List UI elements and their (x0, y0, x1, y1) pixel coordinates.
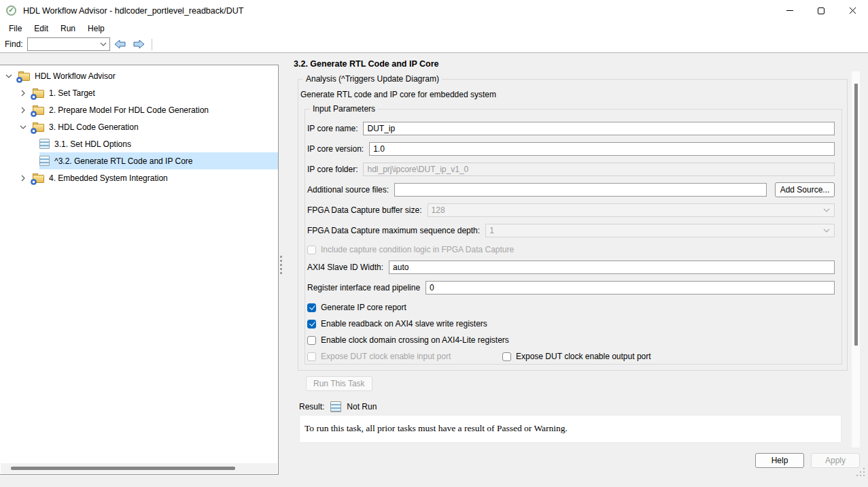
register-read-pipeline-row: Register interface read pipeline (307, 281, 835, 295)
tree-item-embedded-system-integration[interactable]: 4. Embedded System Integration (0, 169, 278, 186)
fpga-sequence-depth-row: FPGA Data Capture maximum sequence depth… (307, 224, 835, 237)
tree-item-set-hdl-options[interactable]: 3.1. Set HDL Options (0, 135, 278, 152)
tree-item-prepare-model[interactable]: 2. Prepare Model For HDL Code Generation (0, 101, 278, 118)
checkbox-icon[interactable] (307, 320, 316, 329)
tree-horizontal-scrollbar[interactable] (1, 463, 277, 473)
expose-clock-enable-row: Expose DUT clock enable input port Expos… (307, 350, 835, 363)
menu-edit[interactable]: Edit (28, 22, 54, 35)
minimize-button[interactable] (774, 0, 805, 21)
run-this-task-button: Run This Task (306, 376, 372, 391)
checkbox-icon[interactable] (307, 303, 316, 312)
apply-button: Apply (811, 453, 860, 468)
generate-ip-core-report-checkbox[interactable]: Generate IP core report (307, 303, 406, 312)
checkbox-icon[interactable] (307, 336, 316, 345)
title-bar: ✓ HDL Workflow Advisor - hdlcoder_portle… (0, 0, 868, 21)
help-button[interactable]: Help (755, 453, 804, 468)
folder-gear-icon (33, 88, 44, 98)
task-list-icon (39, 139, 50, 149)
chevron-down-icon (100, 42, 107, 46)
axi4-slave-id-width-row: AXI4 Slave ID Width: (307, 261, 835, 274)
result-message: To run this task, all prior tasks must h… (300, 416, 841, 434)
tree-item-hdl-workflow-advisor[interactable]: HDL Workflow Advisor (0, 67, 278, 84)
additional-source-input[interactable] (394, 183, 767, 197)
window-title: HDL Workflow Advisor - hdlcoder_portleve… (23, 6, 243, 16)
tree-item-generate-rtl-ip-core[interactable]: ^3.2. Generate RTL Code and IP Core (0, 152, 278, 169)
maximize-button[interactable] (805, 0, 837, 21)
result-status-icon (330, 401, 341, 412)
main-content: HDL Workflow Advisor 1. Set Target 2. Pr… (0, 53, 868, 487)
fpga-buffer-size-row: FPGA Data Capture buffer size: 128 (307, 203, 835, 217)
checkbox-icon (307, 352, 316, 361)
folder-gear-icon (33, 122, 44, 132)
find-forward-button[interactable] (131, 37, 147, 52)
chevron-down-icon (823, 229, 830, 233)
folder-gear-icon (33, 173, 44, 183)
right-arrow-icon (133, 39, 145, 49)
find-label: Find: (5, 39, 23, 49)
enable-readback-row: Enable readback on AXI4 slave write regi… (307, 317, 835, 331)
menu-bar: File Edit Run Help (0, 21, 868, 36)
tree-item-set-target[interactable]: 1. Set Target (0, 84, 278, 101)
ip-core-name-input[interactable] (363, 122, 835, 135)
folder-gear-icon (18, 71, 30, 81)
fpga-sequence-depth-dropdown: 1 (485, 224, 835, 237)
folder-gear-icon (33, 105, 44, 115)
ip-core-name-row: IP core name: (307, 122, 835, 135)
ip-core-version-input[interactable] (369, 142, 835, 156)
close-button[interactable] (837, 0, 868, 21)
resize-grip[interactable] (856, 475, 858, 476)
result-row: Result: Not Run (299, 401, 377, 412)
maximize-icon (818, 7, 824, 14)
task-description: Generate RTL code and IP core for embedd… (300, 90, 496, 99)
chevron-right-icon[interactable] (18, 173, 29, 184)
find-back-button[interactable] (112, 37, 128, 52)
find-combobox[interactable] (27, 37, 110, 51)
find-input[interactable] (28, 39, 100, 50)
generate-report-row: Generate IP core report (307, 301, 835, 314)
app-check-circle-icon: ✓ (6, 5, 16, 16)
clock-domain-crossing-checkbox[interactable]: Enable clock domain crossing on AXI4-Lit… (307, 335, 509, 345)
toolbar-separator (152, 39, 152, 50)
left-arrow-icon (114, 39, 126, 49)
fpga-buffer-size-dropdown: 128 (428, 203, 835, 217)
page-title: 3.2. Generate RTL Code and IP Core (294, 59, 439, 69)
additional-source-row: Additional source files: Add Source... (307, 183, 835, 197)
input-group-label: Input Parameters (310, 104, 378, 114)
ip-core-version-row: IP core version: (307, 142, 835, 156)
menu-help[interactable]: Help (82, 22, 111, 35)
chevron-right-icon[interactable] (18, 105, 29, 116)
scrollbar-thumb[interactable] (854, 84, 858, 346)
analysis-group-label: Analysis (^Triggers Update Diagram) (303, 74, 442, 84)
task-detail-panel: 3.2. Generate RTL Code and IP Core Analy… (279, 53, 868, 487)
enable-readback-checkbox[interactable]: Enable readback on AXI4 slave write regi… (307, 319, 487, 329)
analysis-groupbox: Analysis (^Triggers Update Diagram) Gene… (298, 79, 848, 371)
menu-file[interactable]: File (3, 22, 28, 35)
ip-core-folder-input (363, 163, 835, 176)
chevron-down-icon[interactable] (3, 71, 14, 82)
add-source-button[interactable]: Add Source... (775, 182, 835, 197)
input-parameters-groupbox: Input Parameters IP core name: IP core v… (305, 109, 842, 365)
scrollbar-thumb[interactable] (11, 467, 235, 470)
include-capture-condition-row: Include capture condition logic in FPGA … (307, 243, 835, 256)
expose-clock-input-checkbox: Expose DUT clock enable input port (307, 352, 502, 361)
chevron-down-icon (823, 208, 830, 212)
checkbox-icon[interactable] (502, 352, 511, 361)
chevron-right-icon[interactable] (18, 88, 29, 99)
register-read-pipeline-input[interactable] (426, 281, 835, 295)
tree-item-hdl-code-generation[interactable]: 3. HDL Code Generation (0, 118, 278, 135)
include-capture-condition-checkbox: Include capture condition logic in FPGA … (307, 245, 514, 254)
clock-domain-crossing-row: Enable clock domain crossing on AXI4-Lit… (307, 333, 835, 347)
menu-run[interactable]: Run (54, 22, 82, 35)
result-value: Not Run (347, 402, 377, 412)
expose-clock-output-checkbox[interactable]: Expose DUT clock enable output port (502, 352, 651, 361)
minimize-icon (786, 10, 793, 11)
checkbox-icon (307, 246, 316, 254)
workflow-tree-panel: HDL Workflow Advisor 1. Set Target 2. Pr… (0, 65, 279, 475)
vertical-scrollbar[interactable] (852, 71, 860, 448)
result-label: Result: (299, 402, 324, 412)
close-icon (849, 7, 856, 14)
chevron-down-icon[interactable] (18, 122, 29, 133)
ip-core-folder-row: IP core folder: (307, 163, 835, 176)
task-list-icon (39, 156, 50, 166)
axi4-slave-id-width-input[interactable] (389, 261, 835, 274)
